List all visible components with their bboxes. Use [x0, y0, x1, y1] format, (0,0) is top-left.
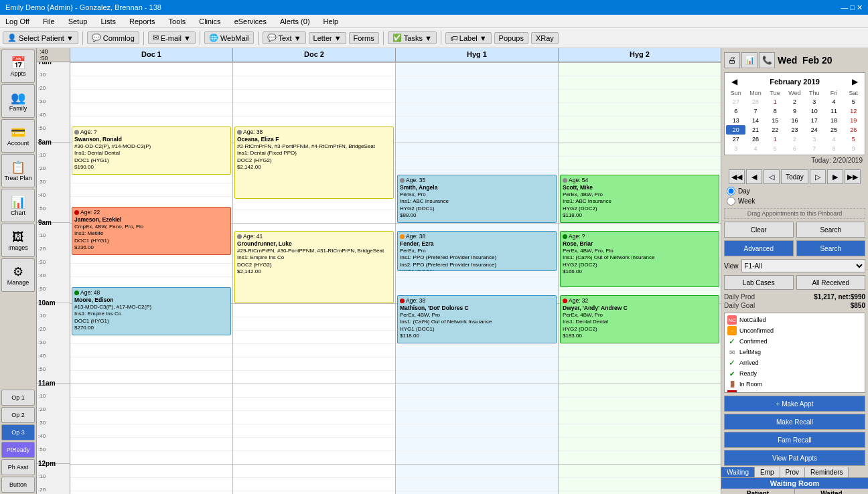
letter-btn[interactable]: Letter ▼ [309, 32, 346, 44]
cal-day[interactable]: 20 [726, 125, 745, 135]
cal-day[interactable]: 7 [745, 106, 765, 116]
appointment-block[interactable]: Age: ? Swanson, Ronald#30-OD-C2(P), #14-… [72, 127, 231, 175]
menu-setup[interactable]: Setup [66, 17, 90, 26]
cal-day[interactable]: 16 [785, 116, 804, 125]
cal-day[interactable]: 2 [785, 97, 804, 106]
sidebar-item-appts[interactable]: 📅 Appts [1, 50, 35, 83]
cal-day[interactable]: 9 [785, 106, 804, 116]
cal-day[interactable]: 14 [745, 116, 765, 125]
week-radio[interactable] [727, 197, 735, 205]
menu-clinics[interactable]: Clinics [196, 17, 223, 26]
cal-day[interactable]: 3 [726, 144, 745, 153]
fam-recall-btn[interactable]: Fam Recall [724, 432, 865, 448]
day-radio-label[interactable]: Day [727, 187, 863, 195]
menu-alerts[interactable]: Alerts (0) [277, 17, 313, 26]
view-select[interactable]: F1-All [741, 259, 866, 272]
cal-day[interactable]: 24 [804, 125, 824, 135]
select-patient-btn[interactable]: 👤 Select Patient ▼ [3, 31, 78, 44]
cal-day[interactable]: 25 [824, 125, 843, 135]
sidebar-item-op1[interactable]: Op 1 [1, 390, 35, 406]
appointment-block[interactable]: Age: 35 Smith, AngelaPerEx, Pro Ins1: AB… [397, 175, 557, 223]
tab-waiting[interactable]: Waiting [721, 467, 755, 477]
cal-day[interactable]: 4 [824, 97, 843, 106]
menu-help[interactable]: Help [321, 17, 342, 26]
cal-day[interactable]: 21 [745, 125, 765, 135]
cal-day[interactable]: 23 [785, 125, 804, 135]
day-radio[interactable] [727, 187, 735, 195]
cal-day[interactable]: 2 [785, 135, 804, 144]
cal-day[interactable]: 6 [785, 144, 804, 153]
sidebar-item-phasst[interactable]: Ph Asst [1, 459, 35, 475]
email-btn[interactable]: ✉ E-mail ▼ [148, 31, 196, 44]
sidebar-item-manage[interactable]: ⚙ Manage [1, 258, 35, 292]
advanced-btn[interactable]: Advanced [724, 240, 794, 256]
cal-day[interactable]: 3 [804, 97, 824, 106]
make-recall-btn[interactable]: Make Recall [724, 414, 865, 430]
cal-day[interactable]: 15 [766, 116, 785, 125]
week-radio-label[interactable]: Week [727, 197, 863, 205]
appointment-block[interactable]: Age: 41 Groundrunner, Luke#29-RtCrnPrFN,… [234, 231, 394, 303]
tab-emp[interactable]: Emp [755, 467, 780, 477]
tab-reminders[interactable]: Reminders [805, 467, 849, 477]
nav-back-day-btn[interactable]: ◁ [764, 169, 780, 184]
menu-tools[interactable]: Tools [166, 17, 189, 26]
appointment-block[interactable]: Age: 32 Dwyer, 'Andy' Andrew CPerEx, 4BW… [560, 295, 719, 343]
sidebar-item-button[interactable]: Button [1, 477, 35, 493]
minimize-btn[interactable]: — [841, 3, 848, 11]
cal-day[interactable]: 5 [844, 135, 863, 144]
cal-day[interactable]: 17 [804, 116, 824, 125]
maximize-btn[interactable]: □ [850, 3, 855, 11]
cal-day[interactable]: 19 [844, 116, 863, 125]
nav-fwd-day-btn[interactable]: ▷ [810, 169, 826, 184]
appointment-block[interactable]: Age: 38 Mathison, 'Dot' Dolores CPerEx, … [397, 295, 557, 343]
sidebar-item-treat-plan[interactable]: 📋 Treat Plan [1, 154, 35, 187]
cal-phone-icon[interactable]: 📞 [759, 52, 775, 68]
appointment-block[interactable]: Age: 54 Scott, MikePerEx, 4BW, Pro Ins1:… [560, 175, 719, 223]
cal-day[interactable]: 7 [804, 144, 824, 153]
cal-day[interactable]: 4 [824, 135, 843, 144]
cal-day[interactable]: 18 [824, 116, 843, 125]
webmail-btn[interactable]: 🌐 WebMail [204, 31, 254, 44]
sidebar-item-ptready[interactable]: PtReady [1, 442, 35, 458]
cal-day[interactable]: 5 [844, 97, 863, 106]
cal-day[interactable]: 26 [844, 125, 863, 135]
menu-eservices[interactable]: eServices [232, 17, 269, 26]
cal-prev-btn[interactable]: ◀ [729, 76, 740, 88]
appointment-block[interactable]: Age: 38 Fender, EzraPerEx, Pro Ins1: PPO… [397, 231, 557, 271]
all-received-btn[interactable]: All Received [796, 275, 866, 290]
appointment-block[interactable]: Age: ? Rose, BriarPerEx, 4BW, Pro, Flo I… [560, 231, 719, 287]
cal-day[interactable]: 5 [766, 144, 785, 153]
popups-btn[interactable]: Popups [494, 32, 528, 44]
make-appt-btn[interactable]: + Make Appt [724, 396, 865, 412]
cal-day[interactable]: 1 [766, 135, 785, 144]
menu-file[interactable]: File [40, 17, 58, 26]
cal-day[interactable]: 13 [726, 116, 745, 125]
sidebar-item-images[interactable]: 🖼 Images [1, 224, 35, 257]
cal-day[interactable]: 3 [804, 135, 824, 144]
cal-day[interactable]: 27 [726, 97, 745, 106]
nav-back-month-btn[interactable]: ◀◀ [729, 169, 745, 184]
cal-day[interactable]: 27 [726, 135, 745, 144]
view-pat-appts-btn[interactable]: View Pat Appts [724, 450, 865, 466]
sidebar-item-op2[interactable]: Op 2 [1, 407, 35, 423]
menu-reports[interactable]: Reports [127, 17, 158, 26]
tab-prov[interactable]: Prov [780, 467, 806, 477]
clear-btn[interactable]: Clear [724, 222, 794, 238]
commlog-btn[interactable]: 💬 Commlog [87, 31, 139, 44]
appointment-block[interactable]: Age: 38 Oceana, Eliza F#2-RtCrnPrFN, #3-… [234, 127, 394, 199]
cal-day[interactable]: 9 [844, 144, 863, 153]
cal-day[interactable]: 28 [745, 135, 765, 144]
sidebar-item-account[interactable]: 💳 Account [1, 119, 35, 153]
cal-next-btn[interactable]: ▶ [849, 76, 861, 88]
nav-fwd-week-btn[interactable]: ▶ [827, 169, 843, 184]
cal-day[interactable]: 11 [824, 106, 843, 116]
nav-fwd-month-btn[interactable]: ▶▶ [845, 169, 861, 184]
search-btn[interactable]: Search [796, 222, 866, 238]
cal-day[interactable]: 12 [844, 106, 863, 116]
nav-back-week-btn[interactable]: ◀ [746, 169, 762, 184]
menu-logoff[interactable]: Log Off [3, 17, 32, 26]
cal-print-icon[interactable]: 🖨 [724, 52, 740, 68]
search2-btn[interactable]: Search [796, 240, 866, 256]
cal-chart-icon[interactable]: 📊 [741, 52, 757, 68]
cal-day[interactable]: 4 [745, 144, 765, 153]
